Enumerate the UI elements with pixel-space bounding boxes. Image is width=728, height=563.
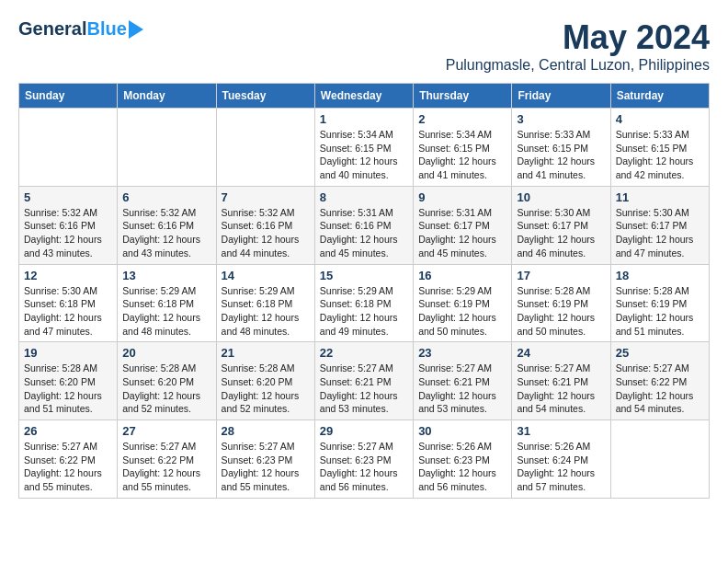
cell-day-number: 25 bbox=[616, 346, 704, 360]
calendar-body: 1Sunrise: 5:34 AM Sunset: 6:15 PM Daylig… bbox=[19, 109, 710, 499]
cell-day-number: 4 bbox=[616, 112, 704, 126]
calendar-cell: 25Sunrise: 5:27 AM Sunset: 6:22 PM Dayli… bbox=[610, 342, 709, 420]
calendar-week-5: 26Sunrise: 5:27 AM Sunset: 6:22 PM Dayli… bbox=[19, 420, 710, 499]
calendar-week-3: 12Sunrise: 5:30 AM Sunset: 6:18 PM Dayli… bbox=[19, 264, 710, 342]
cell-day-number: 6 bbox=[122, 190, 210, 204]
cell-day-info: Sunrise: 5:33 AM Sunset: 6:15 PM Dayligh… bbox=[616, 128, 704, 182]
calendar-cell: 19Sunrise: 5:28 AM Sunset: 6:20 PM Dayli… bbox=[19, 342, 118, 420]
calendar-cell: 16Sunrise: 5:29 AM Sunset: 6:19 PM Dayli… bbox=[414, 264, 512, 342]
cell-day-info: Sunrise: 5:29 AM Sunset: 6:18 PM Dayligh… bbox=[122, 284, 210, 339]
calendar-week-2: 5Sunrise: 5:32 AM Sunset: 6:16 PM Daylig… bbox=[19, 186, 710, 264]
cell-day-number: 14 bbox=[222, 269, 310, 282]
cell-day-number: 17 bbox=[517, 269, 605, 282]
cell-day-info: Sunrise: 5:29 AM Sunset: 6:18 PM Dayligh… bbox=[222, 284, 310, 339]
day-header-saturday: Saturday bbox=[610, 84, 709, 109]
header: GeneralBlue May 2024 Pulungmasle, Centra… bbox=[18, 18, 710, 74]
calendar-cell: 5Sunrise: 5:32 AM Sunset: 6:16 PM Daylig… bbox=[19, 186, 118, 264]
calendar-table: SundayMondayTuesdayWednesdayThursdayFrid… bbox=[18, 83, 710, 499]
cell-day-info: Sunrise: 5:32 AM Sunset: 6:16 PM Dayligh… bbox=[222, 206, 310, 260]
cell-day-info: Sunrise: 5:28 AM Sunset: 6:19 PM Dayligh… bbox=[616, 284, 704, 339]
calendar-cell: 12Sunrise: 5:30 AM Sunset: 6:18 PM Dayli… bbox=[19, 264, 118, 342]
cell-day-number: 28 bbox=[222, 424, 310, 438]
cell-day-number: 13 bbox=[122, 269, 210, 282]
cell-day-number: 19 bbox=[24, 346, 112, 360]
calendar-cell bbox=[118, 109, 216, 187]
cell-day-number: 8 bbox=[320, 190, 408, 204]
calendar-cell bbox=[19, 109, 118, 187]
cell-day-info: Sunrise: 5:27 AM Sunset: 6:22 PM Dayligh… bbox=[24, 440, 112, 494]
cell-day-info: Sunrise: 5:28 AM Sunset: 6:19 PM Dayligh… bbox=[517, 284, 605, 339]
calendar-cell: 26Sunrise: 5:27 AM Sunset: 6:22 PM Dayli… bbox=[19, 420, 118, 499]
cell-day-info: Sunrise: 5:31 AM Sunset: 6:16 PM Dayligh… bbox=[320, 206, 408, 260]
cell-day-info: Sunrise: 5:33 AM Sunset: 6:15 PM Dayligh… bbox=[517, 128, 605, 182]
cell-day-info: Sunrise: 5:28 AM Sunset: 6:20 PM Dayligh… bbox=[24, 362, 112, 416]
calendar-cell: 15Sunrise: 5:29 AM Sunset: 6:18 PM Dayli… bbox=[314, 264, 413, 342]
calendar-cell: 24Sunrise: 5:27 AM Sunset: 6:21 PM Dayli… bbox=[512, 342, 610, 420]
cell-day-info: Sunrise: 5:30 AM Sunset: 6:18 PM Dayligh… bbox=[24, 284, 112, 339]
logo-arrow-icon bbox=[129, 20, 143, 39]
calendar-cell: 27Sunrise: 5:27 AM Sunset: 6:22 PM Dayli… bbox=[118, 420, 216, 499]
cell-day-number: 10 bbox=[517, 190, 605, 204]
cell-day-number: 18 bbox=[616, 269, 704, 282]
calendar-cell: 7Sunrise: 5:32 AM Sunset: 6:16 PM Daylig… bbox=[216, 186, 314, 264]
calendar-cell: 29Sunrise: 5:27 AM Sunset: 6:23 PM Dayli… bbox=[314, 420, 413, 499]
calendar-cell: 31Sunrise: 5:26 AM Sunset: 6:24 PM Dayli… bbox=[512, 420, 610, 499]
calendar-cell: 18Sunrise: 5:28 AM Sunset: 6:19 PM Dayli… bbox=[610, 264, 709, 342]
cell-day-info: Sunrise: 5:27 AM Sunset: 6:22 PM Dayligh… bbox=[616, 362, 704, 416]
logo: GeneralBlue bbox=[18, 18, 143, 40]
cell-day-info: Sunrise: 5:28 AM Sunset: 6:20 PM Dayligh… bbox=[122, 362, 210, 416]
cell-day-number: 31 bbox=[517, 424, 605, 438]
calendar-cell: 28Sunrise: 5:27 AM Sunset: 6:23 PM Dayli… bbox=[216, 420, 314, 499]
day-header-sunday: Sunday bbox=[19, 84, 118, 109]
calendar-cell: 20Sunrise: 5:28 AM Sunset: 6:20 PM Dayli… bbox=[118, 342, 216, 420]
cell-day-info: Sunrise: 5:29 AM Sunset: 6:19 PM Dayligh… bbox=[418, 284, 506, 339]
day-header-friday: Friday bbox=[512, 84, 610, 109]
cell-day-info: Sunrise: 5:27 AM Sunset: 6:21 PM Dayligh… bbox=[320, 362, 408, 416]
calendar-cell: 11Sunrise: 5:30 AM Sunset: 6:17 PM Dayli… bbox=[610, 186, 709, 264]
calendar-cell: 6Sunrise: 5:32 AM Sunset: 6:16 PM Daylig… bbox=[118, 186, 216, 264]
cell-day-info: Sunrise: 5:27 AM Sunset: 6:22 PM Dayligh… bbox=[122, 440, 210, 494]
calendar-cell: 8Sunrise: 5:31 AM Sunset: 6:16 PM Daylig… bbox=[314, 186, 413, 264]
cell-day-info: Sunrise: 5:30 AM Sunset: 6:17 PM Dayligh… bbox=[517, 206, 605, 260]
calendar-cell: 23Sunrise: 5:27 AM Sunset: 6:21 PM Dayli… bbox=[414, 342, 512, 420]
calendar-week-4: 19Sunrise: 5:28 AM Sunset: 6:20 PM Dayli… bbox=[19, 342, 710, 420]
day-header-tuesday: Tuesday bbox=[216, 84, 314, 109]
cell-day-number: 3 bbox=[517, 112, 605, 126]
cell-day-number: 29 bbox=[320, 424, 408, 438]
cell-day-info: Sunrise: 5:29 AM Sunset: 6:18 PM Dayligh… bbox=[320, 284, 408, 339]
cell-day-number: 11 bbox=[616, 190, 704, 204]
cell-day-number: 26 bbox=[24, 424, 112, 438]
cell-day-number: 2 bbox=[418, 112, 506, 126]
cell-day-number: 21 bbox=[222, 346, 310, 360]
calendar-cell: 9Sunrise: 5:31 AM Sunset: 6:17 PM Daylig… bbox=[414, 186, 512, 264]
cell-day-info: Sunrise: 5:34 AM Sunset: 6:15 PM Dayligh… bbox=[418, 128, 506, 182]
cell-day-info: Sunrise: 5:27 AM Sunset: 6:21 PM Dayligh… bbox=[517, 362, 605, 416]
calendar-cell: 4Sunrise: 5:33 AM Sunset: 6:15 PM Daylig… bbox=[610, 109, 709, 187]
title-area: May 2024 Pulungmasle, Central Luzon, Phi… bbox=[446, 18, 710, 74]
cell-day-info: Sunrise: 5:31 AM Sunset: 6:17 PM Dayligh… bbox=[418, 206, 506, 260]
calendar-header: SundayMondayTuesdayWednesdayThursdayFrid… bbox=[19, 84, 710, 109]
cell-day-info: Sunrise: 5:26 AM Sunset: 6:24 PM Dayligh… bbox=[517, 440, 605, 494]
cell-day-number: 5 bbox=[24, 190, 112, 204]
cell-day-info: Sunrise: 5:27 AM Sunset: 6:23 PM Dayligh… bbox=[222, 440, 310, 494]
cell-day-info: Sunrise: 5:32 AM Sunset: 6:16 PM Dayligh… bbox=[24, 206, 112, 260]
calendar-cell: 21Sunrise: 5:28 AM Sunset: 6:20 PM Dayli… bbox=[216, 342, 314, 420]
calendar-cell: 22Sunrise: 5:27 AM Sunset: 6:21 PM Dayli… bbox=[314, 342, 413, 420]
calendar-week-1: 1Sunrise: 5:34 AM Sunset: 6:15 PM Daylig… bbox=[19, 109, 710, 187]
logo-general: GeneralBlue bbox=[18, 18, 127, 40]
cell-day-number: 24 bbox=[517, 346, 605, 360]
cell-day-number: 22 bbox=[320, 346, 408, 360]
calendar-cell: 17Sunrise: 5:28 AM Sunset: 6:19 PM Dayli… bbox=[512, 264, 610, 342]
day-header-thursday: Thursday bbox=[414, 84, 512, 109]
calendar-cell: 10Sunrise: 5:30 AM Sunset: 6:17 PM Dayli… bbox=[512, 186, 610, 264]
cell-day-number: 9 bbox=[418, 190, 506, 204]
day-header-wednesday: Wednesday bbox=[314, 84, 413, 109]
cell-day-info: Sunrise: 5:28 AM Sunset: 6:20 PM Dayligh… bbox=[222, 362, 310, 416]
cell-day-number: 16 bbox=[418, 269, 506, 282]
cell-day-number: 20 bbox=[122, 346, 210, 360]
cell-day-info: Sunrise: 5:34 AM Sunset: 6:15 PM Dayligh… bbox=[320, 128, 408, 182]
calendar-subtitle: Pulungmasle, Central Luzon, Philippines bbox=[446, 57, 710, 74]
cell-day-number: 27 bbox=[122, 424, 210, 438]
calendar-cell bbox=[610, 420, 709, 499]
cell-day-number: 1 bbox=[320, 112, 408, 126]
